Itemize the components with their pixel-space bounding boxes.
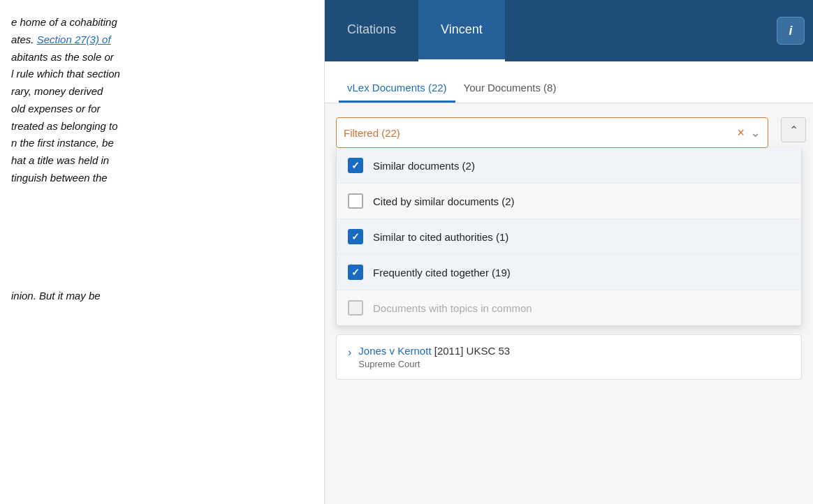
dropdown-item-frequently-cited[interactable]: Frequently cited together (19) <box>337 255 801 290</box>
item-label-cited-by-similar: Cited by similar documents (2) <box>373 195 515 207</box>
result-item-jones: › Jones v Kernott [2011] UKSC 53 Supreme… <box>336 334 802 380</box>
content-area: Filtered (22) × ⌄ Similar documents (2) … <box>325 103 813 504</box>
checkbox-similar-cited-auth[interactable] <box>348 229 363 244</box>
filter-chevron-icon[interactable]: ⌄ <box>750 125 761 140</box>
sub-tab-bar: vLex Documents (22) Your Documents (8) <box>325 61 813 103</box>
dropdown-list: Similar documents (2) Cited by similar d… <box>336 148 802 326</box>
item-label-topics-common: Documents with topics in common <box>373 302 532 314</box>
dropdown-item-similar-cited-auth[interactable]: Similar to cited authorities (1) <box>337 219 801 255</box>
dropdown-item-topics-common: Documents with topics in common <box>337 290 801 325</box>
tab-vincent[interactable]: Vincent <box>418 0 505 61</box>
result-subtitle: Supreme Court <box>358 359 510 369</box>
dropdown-item-cited-by-similar[interactable]: Cited by similar documents (2) <box>337 184 801 219</box>
item-label-similar-docs: Similar documents (2) <box>373 160 475 172</box>
checkbox-cited-by-similar[interactable] <box>348 193 363 209</box>
doc-text-bottom: inion. But it may be <box>11 288 313 305</box>
filter-clear-icon[interactable]: × <box>737 126 745 140</box>
left-panel: e home of a cohabiting ates. Section 27(… <box>0 0 325 504</box>
result-title: Jones v Kernott [2011] UKSC 53 <box>358 345 510 357</box>
result-expand-icon[interactable]: › <box>348 346 351 359</box>
filter-text: Filtered (22) <box>344 127 737 139</box>
section-link[interactable]: Section 27(3) of <box>37 34 111 45</box>
sub-tab-vlex[interactable]: vLex Documents (22) <box>339 82 455 103</box>
filter-row: Filtered (22) × ⌄ <box>336 117 802 148</box>
checkbox-frequently-cited[interactable] <box>348 265 363 280</box>
item-label-similar-cited-auth: Similar to cited authorities (1) <box>373 231 508 243</box>
result-link[interactable]: Jones v Kernott <box>358 345 431 357</box>
info-button[interactable]: i <box>777 17 805 45</box>
result-citation: [2011] UKSC 53 <box>432 345 511 357</box>
checkbox-topics-common <box>348 300 363 316</box>
result-content: Jones v Kernott [2011] UKSC 53 Supreme C… <box>358 345 510 369</box>
scroll-up-button[interactable]: ⌃ <box>781 117 806 142</box>
filter-input[interactable]: Filtered (22) × ⌄ <box>336 117 768 148</box>
tab-bar: Citations Vincent i <box>325 0 813 61</box>
sub-tab-your-docs[interactable]: Your Documents (8) <box>455 82 565 103</box>
item-label-frequently-cited: Frequently cited together (19) <box>373 267 511 279</box>
right-panel: Citations Vincent i vLex Documents (22) … <box>325 0 813 504</box>
dropdown-item-similar-docs[interactable]: Similar documents (2) <box>337 148 801 184</box>
checkbox-similar-docs[interactable] <box>348 158 363 173</box>
doc-text: e home of a cohabiting ates. Section 27(… <box>11 14 313 187</box>
tab-citations[interactable]: Citations <box>325 0 418 61</box>
result-section: › Jones v Kernott [2011] UKSC 53 Supreme… <box>336 334 802 380</box>
